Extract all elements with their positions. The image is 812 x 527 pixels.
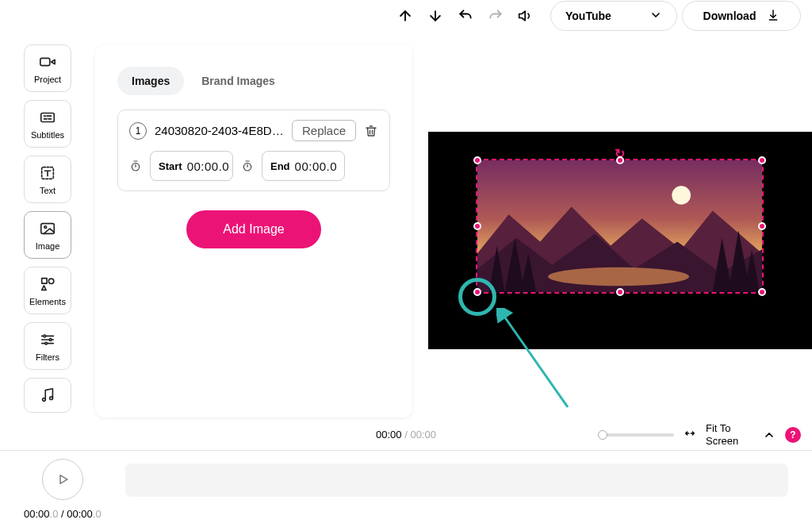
- fit-screen-icon[interactable]: [684, 427, 696, 442]
- svg-point-11: [50, 397, 53, 400]
- image-item-header: 1 24030820-2403-4E8D-… Replace: [129, 120, 378, 141]
- end-label: End: [270, 160, 290, 172]
- timeline-sep: /: [58, 508, 67, 520]
- resize-handle-nw[interactable]: [473, 156, 481, 164]
- resize-handle-n[interactable]: [616, 156, 624, 164]
- svg-point-6: [48, 279, 53, 283]
- svg-point-10: [43, 398, 46, 402]
- svg-point-4: [44, 225, 47, 228]
- tab-brand-images[interactable]: Brand Images: [187, 67, 289, 95]
- canvas-preview[interactable]: ↻: [428, 132, 812, 349]
- timeline-total: 00:00: [67, 508, 93, 520]
- sidebar-item-project[interactable]: Project: [24, 44, 71, 92]
- end-value: 00:00.0: [295, 160, 338, 173]
- timeline-time-display: 00:00.0 / 00:00.0: [24, 508, 102, 520]
- download-button[interactable]: Download: [682, 1, 801, 31]
- zoom-slider[interactable]: [599, 433, 674, 437]
- trash-icon[interactable]: [364, 124, 378, 138]
- sidebar-item-label: Subtitles: [31, 130, 64, 140]
- resize-handle-w[interactable]: [473, 222, 481, 230]
- replace-button[interactable]: Replace: [292, 120, 356, 141]
- svg-point-16: [548, 267, 689, 286]
- image-filename: 24030820-2403-4E8D-…: [155, 124, 284, 137]
- preview-total-time: 00:00: [410, 429, 436, 440]
- zoom-slider-thumb[interactable]: [598, 430, 607, 440]
- resize-handle-se[interactable]: [758, 288, 766, 296]
- resize-handle-s[interactable]: [616, 288, 624, 296]
- resize-handle-e[interactable]: [758, 222, 766, 230]
- download-icon: [767, 9, 779, 24]
- sidebar-item-label: Text: [40, 186, 56, 195]
- image-index-badge: 1: [129, 122, 147, 140]
- start-time-input[interactable]: Start 00:00.0: [150, 151, 233, 181]
- tab-images[interactable]: Images: [117, 67, 184, 95]
- timeline-current: 00:00: [24, 508, 50, 520]
- header-icon-group: [396, 7, 534, 25]
- sidebar-item-filters[interactable]: Filters: [24, 322, 71, 370]
- export-preset-dropdown[interactable]: YouTube: [550, 1, 677, 31]
- download-label: Download: [703, 10, 756, 22]
- sidebar-item-label: Elements: [29, 297, 66, 306]
- sidebar-item-elements[interactable]: Elements: [24, 267, 71, 314]
- help-button[interactable]: ?: [785, 427, 801, 443]
- start-value: 00:00.0: [187, 160, 230, 173]
- timeline-info-bar: 00:00 / 00:00 Fit To Screen ?: [0, 419, 812, 451]
- resize-handle-ne[interactable]: [758, 156, 766, 164]
- sidebar-item-label: Image: [36, 241, 60, 251]
- image-item-timing: Start 00:00.0 End 00:00.0: [129, 151, 378, 181]
- svg-point-15: [672, 186, 691, 204]
- left-sidebar: Project Subtitles Text Image Elements Fi…: [24, 44, 71, 413]
- fit-to-screen-button[interactable]: Fit To Screen: [706, 422, 753, 447]
- timeline-total-dec: .0: [93, 508, 102, 520]
- panel-tabs: Images Brand Images: [117, 67, 390, 95]
- add-image-button[interactable]: Add Image: [186, 210, 321, 248]
- playback-controls: 00:00.0 / 00:00.0: [24, 459, 102, 520]
- resize-handle-sw[interactable]: [473, 288, 481, 296]
- svg-rect-0: [40, 58, 50, 65]
- sidebar-item-label: Filters: [36, 352, 59, 362]
- start-label: Start: [159, 160, 182, 172]
- svg-point-9: [45, 342, 48, 344]
- redo-icon: [487, 7, 504, 25]
- play-button[interactable]: [42, 459, 83, 500]
- sidebar-item-subtitles[interactable]: Subtitles: [24, 100, 71, 148]
- shapes-icon: [39, 275, 56, 293]
- chevron-down-icon: [649, 9, 662, 24]
- zoom-controls: Fit To Screen ?: [599, 422, 801, 447]
- arrow-up-icon[interactable]: [396, 7, 414, 25]
- svg-point-8: [49, 338, 52, 340]
- video-camera-icon: [39, 53, 56, 71]
- svg-rect-1: [41, 113, 55, 121]
- image-item-card: 1 24030820-2403-4E8D-… Replace Start 00:…: [117, 110, 390, 191]
- sidebar-item-label: Project: [34, 75, 61, 84]
- sidebar-item-audio[interactable]: [24, 378, 71, 413]
- image-panel: Images Brand Images 1 24030820-2403-4E8D…: [95, 44, 412, 417]
- placed-image[interactable]: [477, 160, 762, 292]
- header-bar: YouTube Download: [0, 0, 812, 32]
- volume-icon[interactable]: [517, 7, 534, 25]
- preview-current-time: 00:00: [376, 429, 402, 440]
- undo-icon[interactable]: [457, 7, 474, 25]
- chevron-up-icon[interactable]: [763, 429, 776, 441]
- image-selection-box[interactable]: ↻: [476, 159, 764, 294]
- end-time-input[interactable]: End 00:00.0: [262, 151, 345, 181]
- sidebar-item-image[interactable]: Image: [24, 211, 71, 259]
- export-preset-label: YouTube: [565, 10, 611, 22]
- sidebar-item-text[interactable]: Text: [24, 156, 71, 203]
- image-icon: [39, 220, 56, 237]
- preview-time-display: 00:00 / 00:00: [376, 429, 436, 440]
- svg-rect-3: [41, 223, 55, 233]
- timeline-footer: 00:00.0 / 00:00.0: [0, 451, 812, 527]
- svg-rect-5: [42, 278, 47, 283]
- subtitles-icon: [39, 109, 56, 126]
- arrow-down-icon[interactable]: [427, 7, 444, 25]
- timeline-current-dec: .0: [50, 508, 59, 520]
- sliders-icon: [39, 331, 56, 348]
- svg-point-7: [44, 335, 46, 337]
- timeline-track[interactable]: [125, 464, 788, 497]
- stopwatch-icon: [129, 160, 142, 172]
- stopwatch-icon: [241, 160, 254, 172]
- music-note-icon: [39, 387, 56, 404]
- text-icon: [39, 164, 56, 182]
